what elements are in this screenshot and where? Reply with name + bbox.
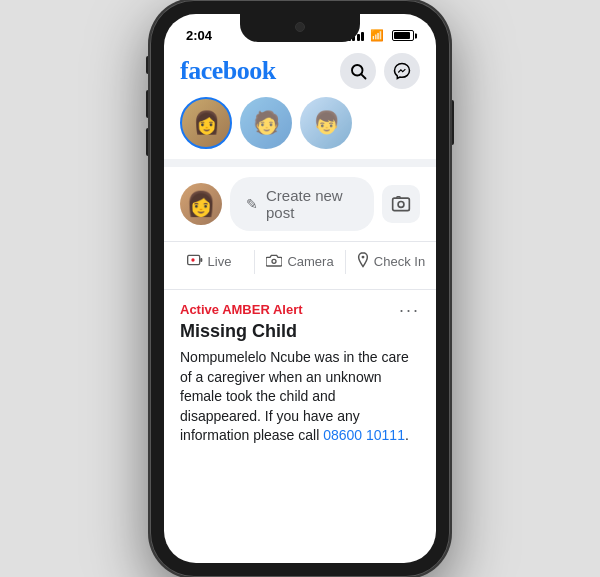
create-post-button[interactable]: ✎ Create new post	[230, 177, 374, 231]
svg-rect-6	[200, 258, 202, 262]
svg-point-5	[191, 258, 194, 261]
section-divider	[164, 159, 436, 167]
notch	[240, 14, 360, 42]
svg-point-3	[398, 202, 404, 208]
svg-rect-2	[393, 198, 410, 211]
power-button	[450, 100, 454, 145]
story-item[interactable]: 🧑	[240, 97, 292, 149]
location-icon	[357, 252, 369, 271]
front-camera	[295, 22, 305, 32]
svg-point-7	[272, 259, 276, 263]
checkin-button[interactable]: Check In	[346, 244, 436, 279]
user-avatar: 👩	[180, 183, 222, 225]
wifi-icon: 📶	[370, 29, 384, 42]
amber-alert-section: Active AMBER Alert ··· Missing Child Nom…	[164, 290, 436, 446]
search-button[interactable]	[340, 53, 376, 89]
story-item[interactable]: 👦	[300, 97, 352, 149]
facebook-header: facebook	[164, 49, 436, 97]
photo-icon	[391, 194, 411, 214]
live-label: Live	[208, 254, 232, 269]
live-icon	[187, 253, 203, 270]
camera-icon	[266, 253, 282, 270]
post-composer: 👩 ✎ Create new post	[164, 167, 436, 241]
svg-point-8	[361, 256, 364, 259]
svg-line-1	[361, 74, 365, 78]
battery-icon	[392, 30, 414, 41]
facebook-logo: facebook	[180, 56, 276, 86]
amber-alert-phone[interactable]: 08600 10111	[323, 427, 405, 443]
status-time: 2:04	[186, 28, 212, 43]
photo-button[interactable]	[382, 185, 420, 223]
header-icons	[340, 53, 420, 89]
camera-label: Camera	[287, 254, 333, 269]
story-item[interactable]: 👩	[180, 97, 232, 149]
amber-alert-label: Active AMBER Alert	[180, 302, 303, 317]
camera-button[interactable]: Camera	[255, 245, 345, 278]
edit-icon: ✎	[246, 196, 258, 212]
phone-frame: 2:04 📶 facebook	[150, 0, 450, 577]
amber-body-suffix: .	[405, 427, 409, 443]
phone-screen: 2:04 📶 facebook	[164, 14, 436, 563]
messenger-button[interactable]	[384, 53, 420, 89]
more-options-button[interactable]: ···	[399, 300, 420, 321]
stories-strip: 👩 🧑 👦	[164, 97, 436, 159]
messenger-icon	[393, 62, 411, 80]
amber-alert-body: Nompumelelo Ncube was in the care of a c…	[180, 348, 420, 446]
post-actions-bar: Live Camera	[164, 241, 436, 290]
live-button[interactable]: Live	[164, 245, 254, 278]
search-icon	[349, 62, 367, 80]
amber-alert-title: Missing Child	[180, 321, 420, 342]
create-post-label: Create new post	[266, 187, 358, 221]
checkin-label: Check In	[374, 254, 425, 269]
